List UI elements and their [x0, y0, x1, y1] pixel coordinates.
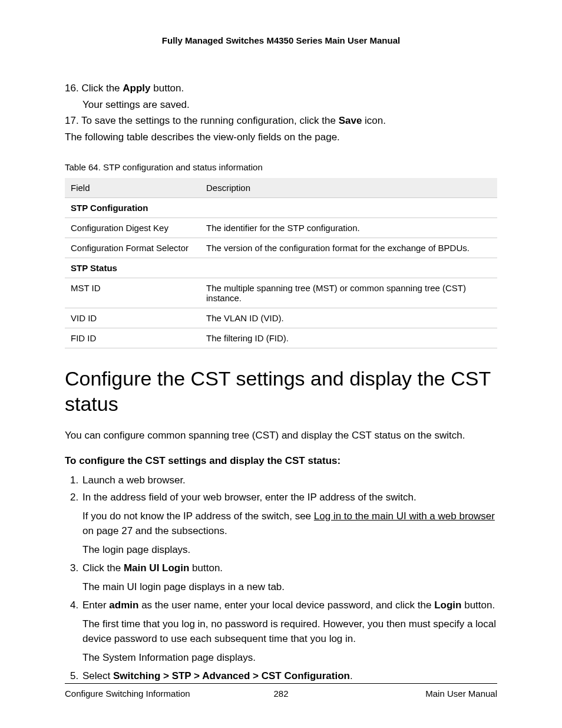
table-caption: Table 64. STP configuration and status i…	[65, 162, 497, 172]
cell-field: VID ID	[65, 308, 200, 328]
step-2: In the address field of your web browser…	[81, 490, 497, 557]
step-2-note-b: on page 27 and the subsections.	[82, 525, 227, 536]
apply-bold: Apply	[123, 83, 150, 94]
step-5-b: .	[350, 670, 353, 681]
procedure-heading: To configure the CST settings and displa…	[65, 455, 497, 467]
table-row: Configuration Digest KeyThe identifier f…	[65, 218, 497, 238]
table-row: VID IDThe VLAN ID (VID).	[65, 308, 497, 328]
step-4-note-1: The first time that you log in, no passw…	[82, 617, 497, 647]
footer-page-number: 282	[65, 689, 497, 699]
cell-field: STP Status	[65, 258, 200, 278]
step-3-result: The main UI login page displays in a new…	[82, 579, 497, 595]
cell-field: Configuration Format Selector	[65, 238, 200, 258]
step-4-b: as the user name, enter your local devic…	[138, 599, 434, 611]
section-intro: You can configure common spanning tree (…	[65, 428, 497, 443]
step-16-number: 16.	[65, 83, 79, 94]
cell-field: MST ID	[65, 278, 200, 308]
step-5-a: Select	[82, 670, 113, 681]
cell-description: The identifier for the STP configuration…	[200, 218, 497, 238]
step-3-b: button.	[189, 562, 223, 574]
step-4: Enter admin as the user name, enter your…	[81, 598, 497, 665]
step-2-text: In the address field of your web browser…	[82, 492, 416, 503]
cell-description: The filtering ID (FID).	[200, 328, 497, 348]
cell-field: FID ID	[65, 328, 200, 348]
step-3-a: Click the	[82, 562, 124, 574]
table-row: FID IDThe filtering ID (FID).	[65, 328, 497, 348]
save-bold: Save	[339, 115, 362, 126]
stp-table: Field Description STP ConfigurationConfi…	[65, 178, 497, 348]
col-field: Field	[65, 178, 200, 198]
cell-description: The version of the configuration format …	[200, 238, 497, 258]
page-footer: Configure Switching Information 282 Main…	[65, 683, 497, 699]
step-2-result: The login page displays.	[82, 542, 497, 558]
menu-path-bold: Switching > STP > Advanced > CST Configu…	[113, 670, 350, 681]
col-description: Description	[200, 178, 497, 198]
cell-description	[200, 258, 497, 278]
step-17-number: 17.	[65, 115, 79, 126]
step-4-a: Enter	[82, 599, 109, 611]
table-row: STP Status	[65, 258, 497, 278]
step-17-text-a: To save the settings to the running conf…	[81, 115, 339, 126]
step-2-note-a: If you do not know the IP address of the…	[82, 510, 314, 522]
cell-description: The multiple spanning tree (MST) or comm…	[200, 278, 497, 308]
login-xref-link[interactable]: Log in to the main UI with a web browser	[314, 510, 495, 522]
step-4-c: button.	[461, 599, 495, 611]
following-table-text: The following table describes the view-o…	[65, 130, 497, 145]
continuation-steps: 16. Click the Apply button. Your setting…	[65, 81, 497, 144]
cell-description	[200, 198, 497, 218]
cell-field: STP Configuration	[65, 198, 200, 218]
step-16-text-b: button.	[151, 83, 184, 94]
step-16-result: Your settings are saved.	[82, 97, 497, 113]
step-16-text-a: Click the	[81, 83, 123, 94]
cell-field: Configuration Digest Key	[65, 218, 200, 238]
step-3: Click the Main UI Login button. The main…	[81, 561, 497, 594]
procedure-steps: Launch a web browser. In the address fie…	[65, 473, 497, 684]
section-heading: Configure the CST settings and display t…	[65, 366, 497, 416]
main-ui-login-bold: Main UI Login	[124, 562, 189, 574]
step-17-text-b: icon.	[362, 115, 386, 126]
login-bold: Login	[434, 599, 461, 611]
table-row: MST IDThe multiple spanning tree (MST) o…	[65, 278, 497, 308]
step-1: Launch a web browser.	[81, 473, 497, 488]
step-4-note-2: The System Information page displays.	[82, 650, 497, 666]
table-row: STP Configuration	[65, 198, 497, 218]
cell-description: The VLAN ID (VID).	[200, 308, 497, 328]
admin-bold: admin	[109, 599, 138, 611]
table-row: Configuration Format SelectorThe version…	[65, 238, 497, 258]
page-header-title: Fully Managed Switches M4350 Series Main…	[65, 35, 497, 45]
step-5: Select Switching > STP > Advanced > CST …	[81, 668, 497, 684]
